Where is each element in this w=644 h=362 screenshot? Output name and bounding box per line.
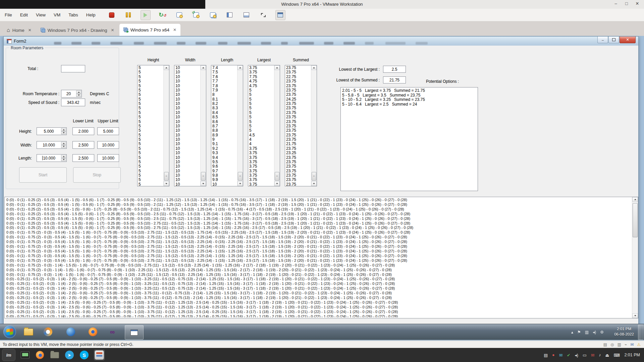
form-close-button[interactable]: ✕ [620,37,636,43]
width-lower-field[interactable]: 2.500 [72,141,94,149]
list-item[interactable]: 5 [139,93,163,97]
scroll-up-icon[interactable] [274,65,280,70]
list-item[interactable]: 10 [175,111,200,115]
list-item[interactable]: 23.75 [286,106,311,110]
height-upper-field[interactable]: 5.000 [97,127,119,135]
scroll-thumb[interactable]: ≡ [238,172,243,181]
list-item[interactable]: 5 [139,142,163,146]
list-item[interactable]: 8.5 [212,115,237,119]
play-icon[interactable] [141,10,151,20]
scroll-up-icon[interactable] [237,65,243,70]
summed-listbox[interactable]: 23.7523.7522.7523.7523.7523.7523.7524.25… [285,65,317,186]
list-item[interactable]: 10 [175,102,200,106]
snapshot-take-icon[interactable] [175,10,184,20]
list-item[interactable]: 10 [175,173,200,178]
list-item[interactable]: 9.8 [212,173,237,178]
list-item[interactable]: 23.75 [286,66,311,70]
start-orb[interactable] [3,325,16,338]
list-item[interactable]: 10 [175,88,200,93]
list-item[interactable]: 5 [139,164,163,169]
power-icon[interactable]: ⚙ [600,330,604,335]
potential-options-listbox[interactable]: 2.01 - 5 - 5 Largest = 3.75 Summed = 21.… [340,87,478,191]
list-item[interactable]: 5 [139,120,163,124]
list-item[interactable]: 5 [139,97,163,102]
list-item[interactable]: 10 [175,115,200,119]
list-item[interactable]: 3.75 [249,173,274,178]
show-hidden-icon[interactable]: ▴ [571,330,573,335]
scroll-thumb[interactable]: ≡ [201,172,206,181]
length-lower-field[interactable]: 2.500 [72,154,94,162]
message-icon[interactable]: ✉ [630,342,634,347]
reset-icon[interactable]: ↻↺ [158,10,167,20]
list-item[interactable]: 10 [175,120,200,124]
list-item[interactable]: 10 [175,178,200,182]
list-item[interactable]: 3.75 [249,164,274,169]
tab-vm-active[interactable]: Windows 7 Pro x64 ✕ [119,24,180,36]
display-icon[interactable]: ▭ [583,353,587,358]
list-item[interactable]: 5 [139,169,163,173]
list-item[interactable]: 5 [139,79,163,83]
scroll-up-icon[interactable] [632,197,638,202]
list-item[interactable]: 3.75 [249,156,274,160]
list-item[interactable]: 5 [139,88,163,93]
list-item[interactable]: 7.4 [212,66,237,70]
list-item[interactable]: 9.4 [212,156,237,160]
output-textbox[interactable]: 0 (0) - 0 (1) - 0.25 (2) - 0.5 (3) - 0.5… [4,197,638,318]
list-item[interactable]: 7.5 [212,70,237,74]
list-item[interactable]: 5 [249,124,274,128]
network-icon[interactable]: ▥ [585,330,589,335]
scroll-down-icon[interactable] [201,181,206,186]
menu-item[interactable]: VM [54,12,60,17]
list-item[interactable]: 10 [212,182,237,186]
list-item[interactable]: 9.7 [212,169,237,173]
telegram-icon[interactable]: ➤ [64,350,74,360]
list-item[interactable]: 10 [175,75,200,79]
snapshot-revert-icon[interactable] [192,10,201,20]
list-item[interactable]: 7.75 [249,75,274,79]
list-item[interactable]: 10 [175,66,200,70]
length-stepper[interactable]: 10.000 [37,154,67,162]
list-item[interactable]: 5 [139,156,163,160]
list-item[interactable]: 21.75 [286,142,311,146]
list-item[interactable]: 23.75 [286,93,311,97]
unity-view-icon[interactable] [275,10,285,20]
list-item[interactable]: 4.75 [249,79,274,83]
menu-item[interactable]: File [5,12,12,17]
list-item[interactable]: 5 [139,160,163,164]
tab-vm-drawing[interactable]: Windows 7 Pro x64 - Drawing ✕ [37,24,118,36]
list-item[interactable]: 3.75 [249,151,274,155]
list-item[interactable]: 10 [175,137,200,142]
tab-home[interactable]: ⌂ Home ✕ [3,24,36,36]
list-item[interactable]: 22.75 [286,75,311,79]
printer-icon[interactable]: ▤ [544,353,548,358]
list-item[interactable]: 5 [249,120,274,124]
update-icon[interactable]: ● [552,353,555,357]
action-center-flag-icon[interactable]: ⚑ [577,330,581,335]
scrollbar[interactable]: ≡ [163,65,169,186]
close-button[interactable]: ✕ [635,1,640,6]
list-item[interactable]: 10 [175,84,200,88]
media-player-icon[interactable] [43,327,53,337]
width-stepper[interactable]: 10.000 [37,141,67,149]
list-item[interactable]: 5 [139,151,163,155]
list-item[interactable]: 10 [175,142,200,146]
list-item[interactable]: 8.2 [212,102,237,106]
list-item[interactable]: 5 [139,128,163,133]
list-item[interactable]: 3.75 [249,169,274,173]
list-item[interactable]: 10 [175,133,200,137]
width-upper-field[interactable]: 10.000 [97,141,119,149]
power-off-icon[interactable] [107,10,116,20]
list-item[interactable]: 3.75 [249,160,274,164]
list-item[interactable]: 9.5 [212,160,237,164]
list-item[interactable]: 8 [212,93,237,97]
list-item[interactable]: 10 [175,97,200,102]
vmware-app-icon[interactable] [94,350,105,360]
list-item[interactable]: 3.75 [249,182,274,186]
list-item[interactable]: 5 [139,133,163,137]
tab-close-icon[interactable]: ✕ [173,27,176,32]
list-item[interactable]: 23.75 [286,102,311,106]
files-icon[interactable] [50,350,60,360]
explorer-icon[interactable] [23,327,34,337]
list-item[interactable]: 9.1 [212,142,237,146]
list-item[interactable]: 3.75 [249,66,274,70]
